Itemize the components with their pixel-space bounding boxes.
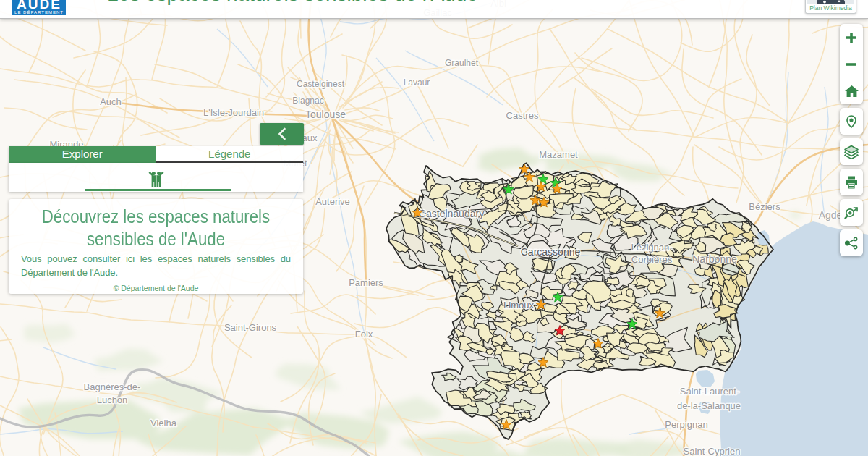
svg-text:Blagnac: Blagnac [292,96,323,106]
svg-text:Saint-Girons: Saint-Girons [224,322,277,333]
svg-text:Lézignan-: Lézignan- [631,242,672,253]
svg-text:Toulouse: Toulouse [305,109,346,120]
svg-text:Castres: Castres [506,110,539,121]
svg-text:Perpignan: Perpignan [665,419,707,430]
svg-text:Castelnaudary: Castelnaudary [419,208,484,219]
svg-text:Graulhet: Graulhet [445,58,479,68]
svg-text:Mazamet: Mazamet [539,149,578,160]
svg-text:Foix: Foix [355,329,373,339]
svg-text:Vielha: Vielha [150,418,177,428]
svg-text:L'Isle-Jourdain: L'Isle-Jourdain [203,107,264,118]
svg-text:Lavaur: Lavaur [404,77,430,88]
svg-text:Pamiers: Pamiers [349,277,383,288]
svg-text:aux: aux [302,132,318,143]
svg-text:Auterive: Auterive [315,196,350,207]
svg-text:Luchon: Luchon [97,394,128,405]
svg-text:Corbières: Corbières [631,254,673,265]
svg-text:Bagnères-de-: Bagnères-de- [84,381,141,392]
svg-text:Narbonne: Narbonne [692,253,737,265]
svg-text:de-la-Salanque: de-la-Salanque [677,400,741,411]
svg-text:Carcassonne: Carcassonne [521,246,581,258]
svg-text:Béziers: Béziers [749,201,780,212]
svg-text:Saint-Laurent-: Saint-Laurent- [680,386,739,397]
svg-text:Agde: Agde [819,209,843,221]
svg-text:Auch: Auch [100,96,122,107]
svg-text:Limoux: Limoux [503,300,534,311]
svg-text:Saint-Cyprien: Saint-Cyprien [684,446,741,456]
svg-text:Castelginest: Castelginest [297,79,345,89]
